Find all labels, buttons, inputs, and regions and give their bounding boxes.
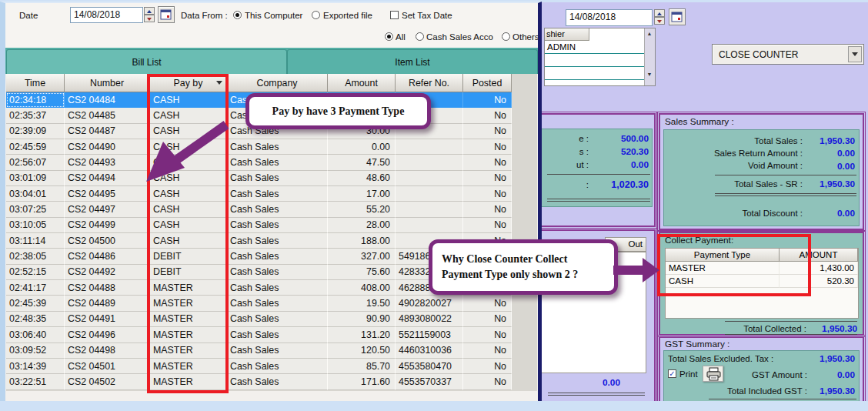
spinner-down-icon[interactable] (654, 17, 665, 25)
cashier-row-admin[interactable]: ADMIN (545, 42, 645, 54)
screen: 14/08/2018 shier ADMIN ▲ ▼ CLOSE COUNTER (0, 0, 868, 411)
cell: 85.70 (328, 359, 396, 374)
counter-calendar-button[interactable] (669, 8, 686, 25)
table-row[interactable]: 03:07:25CS2 04497CASHCash Sales55.20No (6, 202, 537, 217)
tab-strip: Bill List Item List (5, 48, 538, 74)
cell: 03:01:09 (6, 171, 65, 186)
table-row[interactable]: 02:45:39CS2 04489MASTERCash Sales19.5049… (6, 296, 537, 311)
callout-pay-by: Pay by have 3 Payment Type (245, 93, 431, 129)
calendar-button[interactable] (158, 6, 175, 23)
table-row[interactable]: 02:48:35CS2 04491MASTERCash Sales90.9048… (6, 312, 537, 327)
counter-date-spinner[interactable] (654, 9, 665, 25)
print-checkbox[interactable]: ✓ (668, 369, 676, 378)
cell: CS2 04493 (65, 155, 150, 170)
cell: Cash Sales (227, 296, 328, 311)
table-row[interactable]: 03:06:40CS2 04496MASTERCash Sales131.205… (6, 327, 537, 342)
sales-label: Total Discount : (679, 209, 803, 218)
cashier-row-empty[interactable] (545, 55, 645, 67)
column-header-refer-no[interactable]: Refer No. (396, 74, 463, 92)
date-input[interactable]: 14/08/2018 (70, 7, 143, 23)
cell (396, 155, 463, 170)
gst-summary-panel: GST Summary : Total Sales Excluded. Tax … (659, 336, 864, 402)
column-header-company[interactable]: Company (227, 74, 328, 92)
sales-value: 1,950.30 (787, 179, 855, 189)
cell: 19.50 (328, 296, 396, 311)
table-row[interactable]: 03:14:39CS2 04501MASTERCash Sales85.7045… (6, 359, 537, 374)
spinner-down-icon[interactable] (144, 15, 155, 22)
spinner-up-icon[interactable] (144, 7, 155, 15)
scrollbar-up-icon[interactable]: ▲ (646, 31, 653, 36)
print-button[interactable] (703, 366, 723, 382)
close-counter-dropdown[interactable]: CLOSE COUNTER (712, 44, 864, 65)
dropdown-button[interactable] (848, 46, 862, 62)
cell: CS2 04498 (65, 343, 150, 359)
cell: 4893080022 (396, 312, 463, 327)
column-header-posted[interactable]: Posted (463, 74, 512, 92)
cell: No (463, 92, 512, 108)
gst-summary-title: GST Summary : (665, 339, 729, 349)
cell: Cash Sales (227, 233, 328, 249)
sales-summary-title: Sales Summary : (665, 116, 734, 127)
radio-this-computer-label: This Computer (245, 11, 302, 20)
cell: 4553580470 (396, 359, 463, 374)
cell: Cash Sales (227, 249, 328, 264)
sales-value: 0.00 (787, 208, 855, 219)
radio-all[interactable] (385, 32, 393, 41)
radio-others[interactable] (502, 32, 510, 41)
cashier-row-empty[interactable] (545, 68, 645, 80)
cashier-column-header[interactable]: shier (545, 28, 589, 41)
column-header-amount[interactable]: Amount (328, 74, 396, 92)
table-row[interactable]: 03:22:51CS2 04502MASTERCash Sales171.604… (6, 374, 537, 389)
tab-bill-list-label: Bill List (132, 57, 161, 68)
tab-bill-list[interactable]: Bill List (6, 49, 287, 74)
cell: No (463, 218, 512, 233)
total-collected-value: 1,950.30 (811, 323, 857, 334)
cell: 90.90 (328, 312, 396, 327)
table-row[interactable]: 03:09:52CS2 04498MASTERCash Sales120.504… (6, 343, 537, 359)
table-row[interactable]: 03:04:01CS2 04495CASHCash Sales17.00No (6, 186, 537, 202)
spinner-up-icon[interactable] (654, 9, 665, 17)
drawer-value: 500.00 (576, 133, 649, 144)
date-spinner[interactable] (144, 7, 155, 22)
cell: CS2 04496 (65, 327, 150, 342)
cashier-scrollbar[interactable]: ▲ ▼ (644, 28, 655, 85)
cell: 17.00 (328, 186, 396, 202)
cell: 02:48:35 (6, 312, 65, 327)
gst-excluded-value: 1,950.30 (787, 353, 855, 364)
cell: No (463, 312, 512, 327)
drawer-summary-panel: e : 500.00 s : 520.30 ut : 0.00 : 1,020.… (542, 113, 656, 227)
cell: CS2 04500 (65, 233, 150, 249)
radio-cash-sales-acco[interactable] (416, 32, 424, 41)
tab-item-list[interactable]: Item List (287, 49, 538, 74)
column-header-time[interactable]: Time (6, 74, 65, 92)
radio-all-label: All (396, 32, 406, 42)
toolbar: Date 14/08/2018 Data From : This Compute… (5, 3, 538, 48)
radio-exported-file[interactable] (312, 11, 320, 19)
callout-pay-by-text: Pay by have 3 Payment Type (249, 105, 427, 118)
scrollbar-down-icon[interactable]: ▼ (646, 72, 653, 77)
sales-summary-panel: Sales Summary : Total Sales : 1,950.30 S… (659, 113, 864, 230)
column-header-number[interactable]: Number (65, 74, 150, 92)
cell: No (463, 374, 512, 389)
cell: No (463, 155, 512, 170)
cell: CS2 04489 (65, 296, 150, 311)
table-row[interactable]: 03:01:09CS2 04494CASHCash Sales48.60No (6, 171, 537, 186)
cell: CS2 04490 (65, 139, 150, 155)
cell: 47.50 (328, 155, 396, 170)
cell: CS2 04492 (65, 265, 150, 280)
table-row[interactable]: 02:56:07CS2 04493CASHCash Sales47.50No (6, 155, 537, 170)
close-counter-label: CLOSE COUNTER (719, 49, 798, 60)
cell: 02:45:59 (6, 139, 65, 155)
radio-this-computer[interactable] (233, 11, 242, 19)
table-row[interactable]: 02:45:59CS2 04490CASHCash Sales0.00No (6, 139, 537, 155)
table-row[interactable]: 03:10:05CS2 04499CASHCash Sales28.00No (6, 218, 537, 233)
cell: 02:41:17 (6, 280, 65, 296)
cell: No (463, 139, 512, 155)
cell: Cash Sales (227, 280, 328, 296)
cell: Cash Sales (227, 374, 328, 389)
drawer-total-value: 1,020.30 (576, 179, 649, 190)
set-tax-date-checkbox[interactable] (390, 11, 399, 19)
cell: No (463, 202, 512, 217)
cashier-list[interactable]: shier ADMIN ▲ ▼ (544, 28, 656, 86)
counter-date-input[interactable]: 14/08/2018 (566, 9, 653, 26)
